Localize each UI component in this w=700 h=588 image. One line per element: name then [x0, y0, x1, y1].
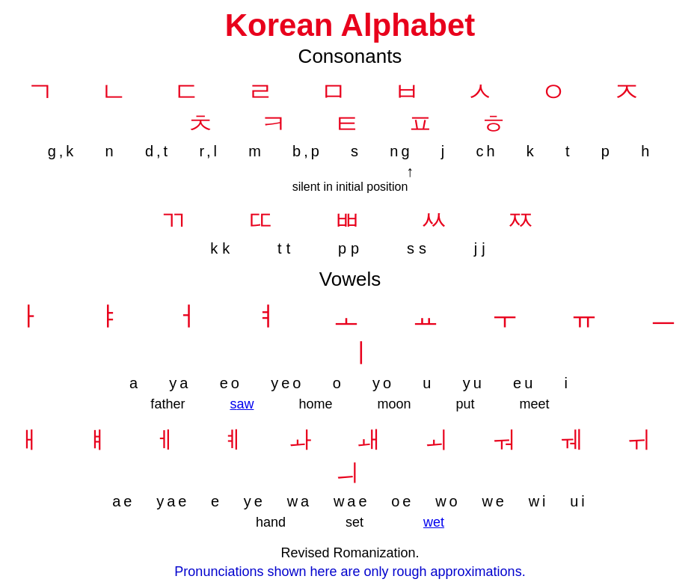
vowels-section-1: ㅏ ㅑ ㅓ ㅕ ㅗ ㅛ ㅜ ㅠ ㅡ ㅣ a ya eo yeo o yo u y… [15, 298, 685, 412]
tense-roman-row: kk tt pp ss jj [15, 240, 685, 257]
tense-section: ㄲ ㄸ ㅃ ㅆ ㅉ kk tt pp ss jj [15, 204, 685, 257]
example-saw: saw [230, 396, 254, 412]
footer-note: Revised Romanization. [15, 545, 685, 561]
silent-note-container: ↑ silent in initial position [15, 163, 685, 194]
example-meet: meet [520, 396, 550, 412]
example-moon: moon [377, 396, 411, 412]
consonants-roman-row: g,k n d,t r,l m b,p s ng j ch k t p h [15, 143, 685, 160]
vowels-roman-row-2: ae yae e ye wa wae oe wo we wi ui [15, 493, 685, 510]
vowels-roman-row-1: a ya eo yeo o yo u yu eu i [15, 375, 685, 392]
footer-note-blue: Pronunciations shown here are only rough… [15, 564, 685, 580]
main-container: Korean Alphabet Consonants ㄱ ㄴ ㄷ ㄹ ㅁ ㅂ ㅅ… [15, 7, 685, 580]
vowels-section-2: ㅐ ㅒ ㅔ ㅖ ㅘ ㅙ ㅚ ㅝ ㅞ ㅟ ㅢ ae yae e ye wa wae… [15, 424, 685, 530]
vowels-heading: Vowels [15, 268, 685, 291]
vowels-korean-row-2: ㅐ ㅒ ㅔ ㅖ ㅘ ㅙ ㅚ ㅝ ㅞ ㅟ ㅢ [15, 424, 685, 490]
tense-korean-row: ㄲ ㄸ ㅃ ㅆ ㅉ [15, 204, 685, 236]
example-father: father [150, 396, 185, 412]
silent-note-text: silent in initial position [15, 180, 685, 194]
consonants-korean-row: ㄱ ㄴ ㄷ ㄹ ㅁ ㅂ ㅅ ㅇ ㅈ ㅊ ㅋ ㅌ ㅍ ㅎ [15, 76, 685, 140]
example-home: home [298, 396, 332, 412]
example-hand: hand [256, 515, 286, 530]
example-words-row-2: hand set wet [15, 515, 685, 530]
vowels-korean-row-1: ㅏ ㅑ ㅓ ㅕ ㅗ ㅛ ㅜ ㅠ ㅡ ㅣ [15, 298, 685, 372]
example-set: set [346, 515, 363, 530]
consonants-heading: Consonants [15, 45, 685, 68]
silent-arrow: ↑ [286, 163, 414, 180]
example-words-row-1: father saw home moon put meet [15, 396, 685, 412]
example-wet: wet [423, 515, 444, 530]
page-title: Korean Alphabet [15, 7, 685, 43]
example-put: put [456, 396, 475, 412]
